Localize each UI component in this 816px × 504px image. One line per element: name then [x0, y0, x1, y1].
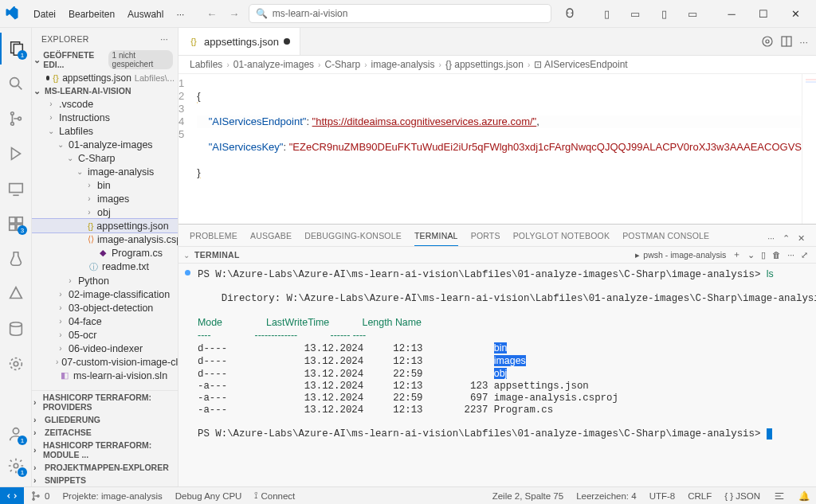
tree-item[interactable]: ›07-custom-vision-image-clas...: [32, 355, 178, 369]
status-project[interactable]: Projekte: image-analysis: [56, 491, 168, 501]
panel-tab-probleme[interactable]: PROBLEME: [190, 229, 237, 246]
testing-icon[interactable]: [0, 243, 32, 275]
status-prettier[interactable]: [767, 490, 792, 502]
svg-point-15: [10, 358, 22, 370]
misc-icon[interactable]: [0, 348, 32, 380]
maximize-panel-icon[interactable]: ⤢: [801, 250, 808, 260]
panel-tab-terminal[interactable]: TERMINAL: [414, 229, 458, 246]
section-gliederung[interactable]: ›GLIEDERUNG: [32, 413, 178, 426]
tree-item[interactable]: ›bin: [32, 178, 178, 192]
command-center[interactable]: 🔍 ms-learn-ai-vision: [249, 4, 551, 23]
terminal[interactable]: PS W:\Azure-Labs\Azure-AI\ms-learn-ai-vi…: [178, 264, 816, 445]
source-control-icon[interactable]: [0, 103, 32, 135]
code-content[interactable]: { "AIServicesEndpoint": "https://ditdeai…: [192, 74, 802, 224]
tree-item[interactable]: ⌄C-Sharp: [32, 151, 178, 165]
tree-item[interactable]: ⌄01-analyze-images: [32, 138, 178, 151]
menu-datei[interactable]: Datei: [27, 6, 62, 23]
tree-item[interactable]: ›03-object-detection: [32, 301, 178, 315]
tree-item[interactable]: ›.vscode: [32, 97, 178, 111]
svg-point-17: [14, 463, 18, 468]
menu-···[interactable]: ···: [170, 6, 190, 23]
tree-item[interactable]: ›04-face: [32, 315, 178, 328]
section-hashicorp terraform: module ...[interactable]: ›HASHICORP TERRAFORM: MODULE ...: [32, 439, 178, 461]
explorer-icon[interactable]: 1: [0, 33, 32, 64]
layout-bottom-icon[interactable]: ▭: [623, 4, 647, 23]
status-encoding[interactable]: UTF-8: [643, 490, 682, 502]
status-connect[interactable]: ⟟ Connect: [248, 490, 301, 501]
tree-item[interactable]: {}appsettings.json: [32, 219, 178, 232]
status-eol[interactable]: CRLF: [681, 490, 718, 502]
copilot-icon[interactable]: [558, 4, 582, 23]
tree-item[interactable]: ›06-video-indexer: [32, 342, 178, 355]
panel-tab-ports[interactable]: PORTS: [471, 229, 500, 246]
tree-item[interactable]: ›Instructions: [32, 111, 178, 124]
shell-label[interactable]: ▸ pwsh - image-analysis: [635, 250, 726, 260]
status-debug[interactable]: Debug Any CPU: [169, 491, 249, 501]
more-icon[interactable]: ···: [787, 250, 794, 260]
tree-item[interactable]: ›images: [32, 192, 178, 205]
remote-indicator[interactable]: [0, 487, 24, 504]
minimap[interactable]: [802, 74, 816, 224]
close-icon[interactable]: ✕: [798, 233, 805, 243]
status-lang[interactable]: { } JSON: [718, 490, 767, 502]
database-icon[interactable]: [0, 313, 32, 345]
tree-item[interactable]: ◆Program.cs: [32, 246, 178, 260]
panel-tab-ausgabe[interactable]: AUSGABE: [250, 229, 292, 246]
section-zeitachse[interactable]: ›ZEITACHSE: [32, 426, 178, 439]
workspace-section[interactable]: ⌄MS-LEARN-AI-VISION: [32, 84, 178, 97]
tree-item[interactable]: ⓘreadme.txt: [32, 260, 178, 274]
breadcrumb[interactable]: Labfiles›01-analyze-images›C-Sharp›image…: [178, 56, 816, 74]
status-position[interactable]: Zeile 2, Spalte 75: [486, 490, 571, 502]
tree-item[interactable]: ◧ms-learn-ai-vision.sln: [32, 369, 178, 382]
window-maximize[interactable]: ☐: [747, 2, 779, 25]
extensions-icon[interactable]: 3: [0, 208, 32, 240]
nav-back-icon[interactable]: ←: [204, 6, 220, 21]
split-icon[interactable]: [780, 35, 793, 48]
tree-item[interactable]: ⌄image-analysis: [32, 165, 178, 178]
open-editors-section[interactable]: ⌄GEÖFFNETE EDI...1 nicht gespeichert: [32, 49, 178, 71]
add-terminal-icon[interactable]: ＋: [732, 249, 741, 260]
settings-icon[interactable]: 1: [0, 450, 32, 482]
svg-point-22: [33, 498, 34, 499]
run-debug-icon[interactable]: [0, 138, 32, 170]
tab-appsettings[interactable]: {} appsettings.json: [178, 28, 300, 55]
account-icon[interactable]: 1: [0, 418, 32, 450]
more-icon[interactable]: ···: [767, 233, 775, 243]
tree-item[interactable]: ›Python: [32, 274, 178, 287]
preview-icon[interactable]: [761, 35, 774, 48]
section-hashicorp terraform: providers[interactable]: ›HASHICORP TERRAFORM: PROVIDERS: [32, 391, 178, 413]
layout-left-icon[interactable]: ▯: [594, 4, 618, 23]
search-icon[interactable]: [0, 68, 32, 100]
git-branch[interactable]: 0: [24, 490, 56, 502]
menu-auswahl[interactable]: Auswahl: [121, 6, 170, 23]
trash-icon[interactable]: 🗑: [772, 250, 781, 260]
tree-item[interactable]: ›obj: [32, 205, 178, 219]
layout-panel-icon[interactable]: ▭: [681, 4, 704, 23]
azure-icon[interactable]: [0, 278, 32, 310]
nav-fwd-icon[interactable]: →: [226, 6, 242, 21]
layout-right-icon[interactable]: ▯: [652, 4, 676, 23]
status-spaces[interactable]: Leerzeichen: 4: [570, 490, 642, 502]
status-notifications[interactable]: 🔔: [792, 490, 816, 502]
dropdown-icon[interactable]: ⌄: [747, 250, 755, 260]
section-projektmappen-explorer[interactable]: ›PROJEKTMAPPEN-EXPLORER: [32, 461, 178, 474]
tree-item[interactable]: ›05-ocr: [32, 328, 178, 342]
tree-item[interactable]: ⌄Labfiles: [32, 124, 178, 138]
panel-tab-postman console[interactable]: POSTMAN CONSOLE: [622, 229, 709, 246]
open-editor-item[interactable]: {}appsettings.jsonLabfiles\...: [32, 71, 178, 84]
chevron-up-icon[interactable]: ⌃: [783, 233, 790, 243]
window-minimize[interactable]: ─: [716, 2, 747, 25]
more-icon[interactable]: ···: [160, 34, 168, 44]
panel-tab-debugging-konsole[interactable]: DEBUGGING-KONSOLE: [304, 229, 402, 246]
panel-tab-polyglot notebook[interactable]: POLYGLOT NOTEBOOK: [513, 229, 610, 246]
tree-item[interactable]: ›02-image-classification: [32, 287, 178, 301]
window-close[interactable]: ✕: [779, 2, 811, 25]
remote-icon[interactable]: [0, 173, 32, 205]
chevron-down-icon[interactable]: ⌄: [182, 251, 191, 260]
tree-item[interactable]: ⟨⟩image-analysis.csproj: [32, 232, 178, 246]
search-icon: 🔍: [256, 8, 268, 19]
more-icon[interactable]: ···: [799, 36, 808, 48]
menu-bearbeiten[interactable]: Bearbeiten: [62, 6, 121, 23]
split-terminal-icon[interactable]: ▯: [761, 250, 766, 260]
section-snippets[interactable]: ›SNIPPETS: [32, 474, 178, 486]
